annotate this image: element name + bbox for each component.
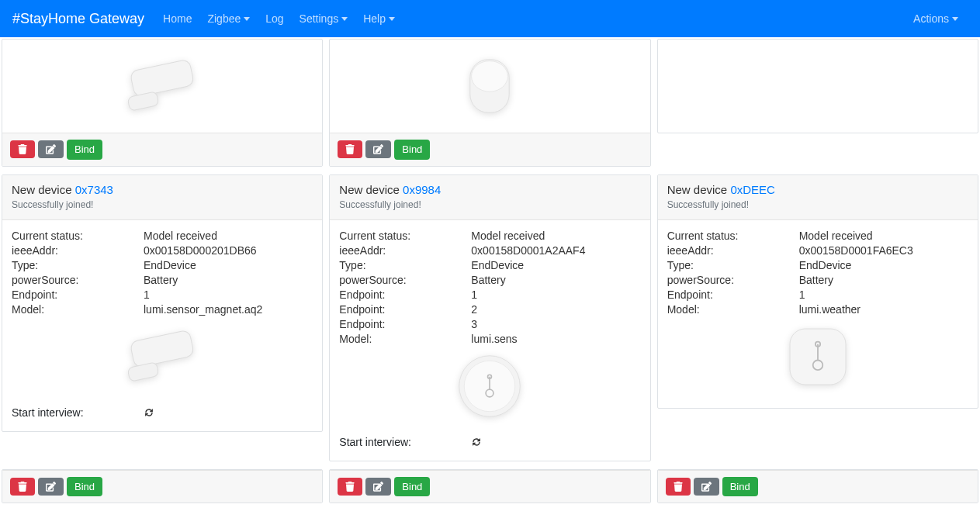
delete-button[interactable] — [10, 140, 35, 158]
delete-button[interactable] — [10, 478, 35, 496]
device-image-area — [658, 40, 978, 133]
device-image — [451, 51, 528, 121]
trash-icon — [345, 482, 355, 492]
bind-button[interactable]: Bind — [394, 140, 430, 160]
svg-rect-0 — [130, 59, 194, 97]
device-address-link[interactable]: 0xDEEC — [730, 183, 775, 196]
device-card-fragment — [657, 39, 978, 133]
device-title: New device 0x7343 — [12, 183, 313, 196]
nav-home[interactable]: Home — [157, 8, 198, 29]
device-subtitle: Successfully joined! — [667, 199, 968, 210]
device-card: New device 0x7343Successfully joined!Cur… — [2, 174, 323, 432]
device-image — [779, 322, 857, 392]
device-image-area — [12, 318, 313, 395]
edit-icon — [701, 482, 712, 492]
start-interview-row: Start interview: — [339, 436, 640, 448]
start-interview-button[interactable] — [471, 437, 482, 447]
edit-icon — [46, 482, 56, 492]
svg-rect-5 — [127, 361, 159, 382]
svg-point-3 — [472, 61, 508, 92]
navbar: #StayHome Gateway HomeZigbeeLogSettingsH… — [0, 0, 980, 37]
start-interview-row: Start interview: — [12, 406, 313, 419]
device-card: New device 0x9984Successfully joined!Cur… — [329, 174, 650, 461]
chevron-down-icon — [341, 17, 348, 21]
refresh-icon — [471, 437, 482, 447]
edit-icon — [373, 482, 383, 492]
device-grid: New device 0x7343Successfully joined!Cur… — [0, 173, 980, 461]
device-title: New device 0xDEEC — [667, 183, 968, 196]
card-actions: Bind — [658, 470, 978, 503]
edit-button[interactable] — [365, 140, 391, 158]
device-subtitle: Successfully joined! — [12, 199, 313, 210]
device-image-area — [330, 40, 649, 133]
delete-button[interactable] — [666, 478, 691, 496]
device-details: Current status:Model receivedieeeAddr:0x… — [330, 220, 649, 461]
device-card: New device 0xDEECSuccessfully joined!Cur… — [657, 174, 978, 409]
device-card-fragment: Bind — [329, 39, 650, 167]
device-subtitle: Successfully joined! — [339, 199, 640, 210]
device-image — [112, 322, 213, 392]
trash-icon — [345, 144, 355, 154]
device-card-fragment: Bind — [2, 469, 323, 504]
delete-button[interactable] — [338, 478, 362, 496]
trash-icon — [18, 144, 27, 154]
nav-zigbee[interactable]: Zigbee — [201, 8, 256, 29]
card-actions: Bind — [330, 470, 649, 503]
device-address-link[interactable]: 0x9984 — [403, 183, 441, 196]
svg-rect-4 — [130, 330, 194, 368]
edit-button[interactable] — [694, 478, 719, 496]
chevron-down-icon — [952, 17, 958, 21]
nav-actions[interactable]: Actions — [907, 8, 964, 29]
delete-button[interactable] — [338, 140, 362, 158]
device-card-header: New device 0x9984Successfully joined! — [330, 175, 649, 220]
device-card-fragment: Bind — [2, 39, 323, 167]
nav-help[interactable]: Help — [357, 8, 401, 29]
bind-button[interactable]: Bind — [722, 477, 758, 497]
device-image-area — [2, 40, 322, 133]
device-details: Current status:Model receivedieeeAddr:0x… — [2, 220, 322, 431]
device-title: New device 0x9984 — [339, 183, 640, 196]
device-card-header: New device 0xDEECSuccessfully joined! — [658, 175, 978, 220]
trash-icon — [18, 482, 27, 492]
device-address-link[interactable]: 0x7343 — [75, 183, 113, 196]
card-actions: Bind — [2, 470, 322, 503]
start-interview-button[interactable] — [144, 407, 154, 418]
card-actions: Bind — [2, 133, 322, 166]
edit-icon — [373, 144, 383, 154]
bottom-row: BindBindBind — [0, 468, 980, 504]
device-image — [447, 351, 532, 421]
brand[interactable]: #StayHome Gateway — [12, 11, 144, 27]
nav-log[interactable]: Log — [259, 8, 289, 29]
device-image-area — [667, 318, 968, 395]
edit-icon — [46, 144, 56, 154]
chevron-down-icon — [244, 17, 250, 21]
bind-button[interactable]: Bind — [67, 477, 102, 497]
bind-button[interactable]: Bind — [394, 477, 430, 497]
bind-button[interactable]: Bind — [67, 140, 102, 160]
nav-left: HomeZigbeeLogSettingsHelp — [157, 8, 907, 29]
svg-rect-1 — [127, 92, 159, 112]
edit-button[interactable] — [365, 478, 391, 496]
nav-right: Actions — [907, 8, 968, 29]
device-card-header: New device 0x7343Successfully joined! — [2, 175, 322, 220]
card-actions: Bind — [330, 133, 649, 166]
edit-button[interactable] — [38, 478, 64, 496]
edit-button[interactable] — [38, 140, 64, 158]
device-image — [112, 51, 213, 121]
chevron-down-icon — [389, 17, 395, 21]
device-details: Current status:Model receivedieeeAddr:0x… — [658, 220, 978, 408]
trash-icon — [674, 482, 683, 492]
refresh-icon — [144, 407, 154, 418]
device-card-fragment: Bind — [657, 469, 978, 504]
device-image-area — [339, 347, 640, 425]
nav-settings[interactable]: Settings — [293, 8, 355, 29]
device-card-fragment: Bind — [329, 469, 650, 504]
top-row: BindBind — [0, 37, 980, 167]
